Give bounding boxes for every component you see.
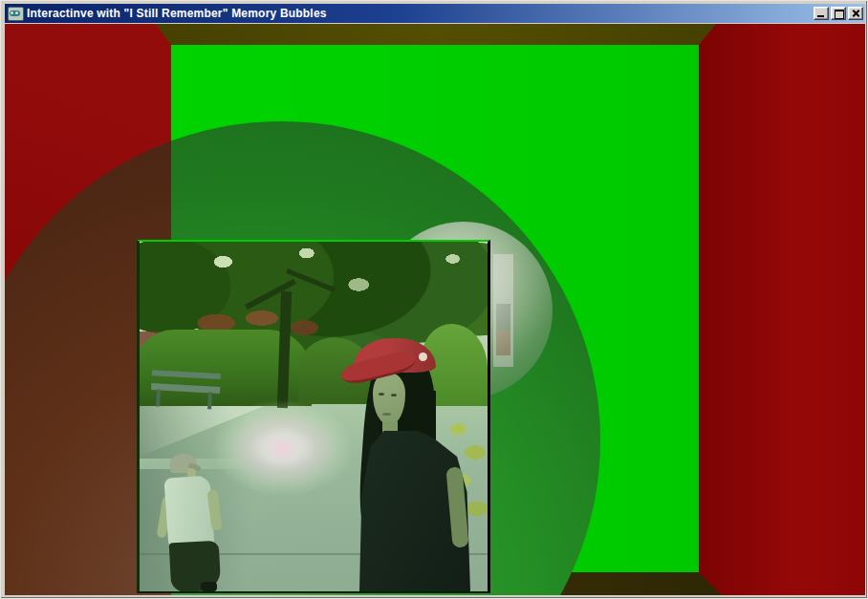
- memory-photo-large[interactable]: [137, 240, 490, 593]
- child-shoe: [201, 582, 217, 591]
- bench-leg: [156, 389, 161, 406]
- window-title: Interactinve with "I Still Remember" Mem…: [27, 4, 812, 23]
- minimize-icon: [817, 15, 824, 17]
- camera-lens-icon: [10, 11, 20, 16]
- room-wall-right: [699, 24, 865, 595]
- girl-eye: [379, 393, 384, 396]
- minimize-button[interactable]: [814, 7, 829, 20]
- close-button[interactable]: [848, 7, 863, 20]
- girl-eye: [391, 394, 397, 396]
- scene-viewport[interactable]: [5, 24, 865, 595]
- room-ceiling: [148, 24, 722, 45]
- photo-child-figure: [163, 454, 224, 591]
- girl-cap-star: [419, 353, 427, 361]
- photo-girl-figure: [348, 333, 470, 591]
- maximize-button[interactable]: [831, 7, 846, 20]
- child-shirt: [163, 475, 214, 550]
- window-controls: [812, 7, 863, 20]
- girl-mouth: [382, 413, 391, 416]
- app-window: Interactinve with "I Still Remember" Mem…: [0, 0, 868, 599]
- maximize-icon: [835, 10, 844, 19]
- app-icon: [8, 7, 24, 21]
- titlebar[interactable]: Interactinve with "I Still Remember" Mem…: [5, 4, 865, 23]
